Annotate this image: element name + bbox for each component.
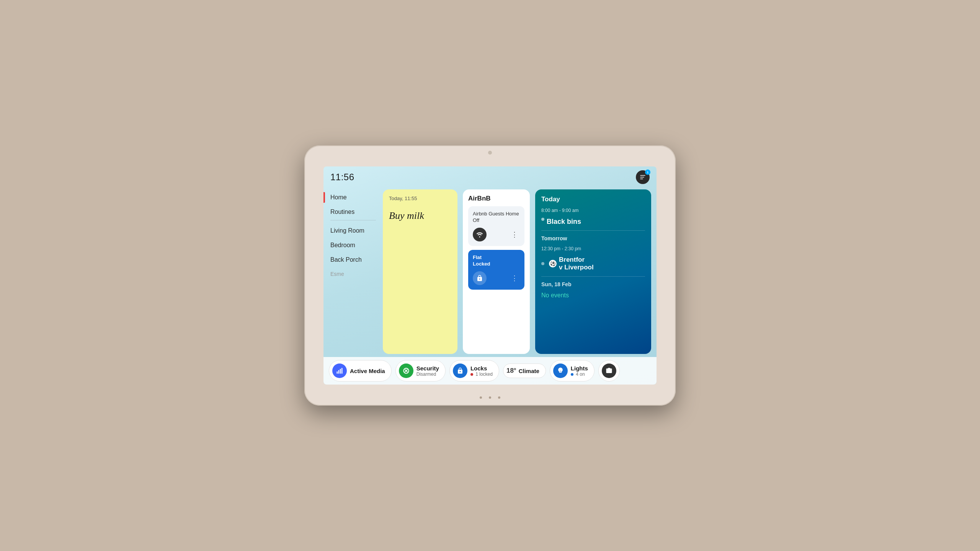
security-pill[interactable]: Security Disarmed <box>395 360 446 381</box>
lights-icon <box>553 364 568 378</box>
tomorrow-time: 12:30 pm - 2:30 pm <box>541 246 645 251</box>
camera-pill[interactable] <box>598 360 620 381</box>
today-time: 8:00 am - 9:00 am <box>541 208 645 213</box>
match-line2: v Liverpool <box>559 264 594 271</box>
svg-point-3 <box>479 236 480 237</box>
note-card[interactable]: Today, 11:55 Buy milk <box>383 189 457 354</box>
svg-rect-7 <box>341 368 343 374</box>
note-text: Buy milk <box>389 209 451 223</box>
cal-divider2 <box>541 276 645 277</box>
lights-dot <box>571 373 573 376</box>
tomorrow-label: Tomorrow <box>541 235 645 241</box>
security-icon <box>399 364 413 378</box>
sidebar-item-back-porch[interactable]: Back Porch <box>330 253 376 267</box>
notification-button[interactable]: 1 <box>636 170 650 184</box>
lock-name: Flat Locked <box>473 254 520 267</box>
active-media-pill[interactable]: Active Media <box>329 360 392 381</box>
sidebar-item-living-room[interactable]: Living Room <box>330 223 376 238</box>
today-label: Today <box>541 196 645 203</box>
sidebar-divider <box>330 220 376 220</box>
lights-text: Lights 4 on <box>571 365 588 377</box>
sidebar-item-home[interactable]: Home <box>330 190 376 205</box>
lock-row: Flat Locked ⋮ <box>468 250 524 290</box>
active-media-text: Active Media <box>350 368 385 374</box>
airbnb-card: AirBnB Airbnb Guests Home Off <box>463 189 530 354</box>
device1-name: Airbnb Guests Home Off <box>473 211 520 224</box>
climate-pill[interactable]: 18° Climate <box>503 364 546 378</box>
nav-dot-2 <box>489 396 491 399</box>
airbnb-title: AirBnB <box>468 195 524 202</box>
active-media-icon <box>332 364 347 378</box>
sunday-label: Sun, 18 Feb <box>541 281 645 287</box>
svg-rect-2 <box>640 179 643 179</box>
locks-sub: 1 locked <box>470 372 493 377</box>
lights-pill[interactable]: Lights 4 on <box>550 360 595 381</box>
tablet-frame: 11:56 1 Home Routines <box>304 145 676 406</box>
main-content: Home Routines Living Room Bedroom Back P… <box>323 186 657 357</box>
calendar-card[interactable]: Today 8:00 am - 9:00 am Black bins Tomor… <box>535 189 651 354</box>
tomorrow-dot <box>541 262 544 265</box>
sidebar: Home Routines Living Room Bedroom Back P… <box>323 186 383 357</box>
active-media-label: Active Media <box>350 368 385 374</box>
climate-label: Climate <box>519 368 539 374</box>
nav-dots <box>480 396 500 399</box>
no-events-text: No events <box>541 292 645 299</box>
lock-icon[interactable] <box>473 271 487 285</box>
security-text: Security Disarmed <box>416 365 439 377</box>
locks-label: Locks <box>470 365 493 372</box>
svg-rect-0 <box>640 175 645 176</box>
climate-text: 18° Climate <box>506 367 539 375</box>
locks-dot <box>470 373 473 376</box>
device1-more-button[interactable]: ⋮ <box>509 229 520 240</box>
notification-badge: 1 <box>645 170 650 175</box>
security-sub: Disarmed <box>416 372 439 377</box>
svg-rect-4 <box>337 372 338 374</box>
lights-sub: 4 on <box>571 372 588 377</box>
svg-rect-6 <box>340 369 341 374</box>
bottom-bar: Active Media Security Disarmed <box>323 357 657 385</box>
nav-dot-3 <box>498 396 500 399</box>
svg-rect-1 <box>640 177 644 178</box>
sidebar-item-esme[interactable]: Esme <box>330 267 376 281</box>
device1-row: Airbnb Guests Home Off ⋮ <box>468 206 524 246</box>
nav-dot-1 <box>480 396 482 399</box>
lights-label: Lights <box>571 365 588 372</box>
time-display: 11:56 <box>330 172 354 183</box>
locks-text: Locks 1 locked <box>470 365 493 377</box>
today-event-row: Black bins <box>541 218 645 226</box>
svg-rect-5 <box>338 370 340 373</box>
cards-area: Today, 11:55 Buy milk AirBnB Airbnb Gues… <box>383 186 657 357</box>
note-timestamp: Today, 11:55 <box>389 196 451 201</box>
top-bar: 11:56 1 <box>323 166 657 186</box>
lock-actions: ⋮ <box>473 271 520 285</box>
locks-pill[interactable]: Locks 1 locked <box>449 360 499 381</box>
wifi-icon[interactable] <box>473 228 487 241</box>
today-event: Black bins <box>547 218 581 226</box>
device1-actions: ⋮ <box>473 228 520 241</box>
cal-divider1 <box>541 230 645 231</box>
football-event-row: ⚽ Brentfor v Liverpool <box>541 256 645 272</box>
climate-temp: 18° <box>506 367 516 375</box>
camera-dot <box>488 151 492 155</box>
camera-icon <box>602 364 616 378</box>
locks-icon <box>453 364 467 378</box>
security-label: Security <box>416 365 439 372</box>
sidebar-item-routines[interactable]: Routines <box>330 205 376 219</box>
match-line1: Brentfor <box>559 256 594 264</box>
today-dot <box>541 218 544 221</box>
lock-more-button[interactable]: ⋮ <box>509 273 520 284</box>
football-icon: ⚽ <box>549 260 557 267</box>
screen: 11:56 1 Home Routines <box>323 166 657 385</box>
sidebar-item-bedroom[interactable]: Bedroom <box>330 238 376 253</box>
